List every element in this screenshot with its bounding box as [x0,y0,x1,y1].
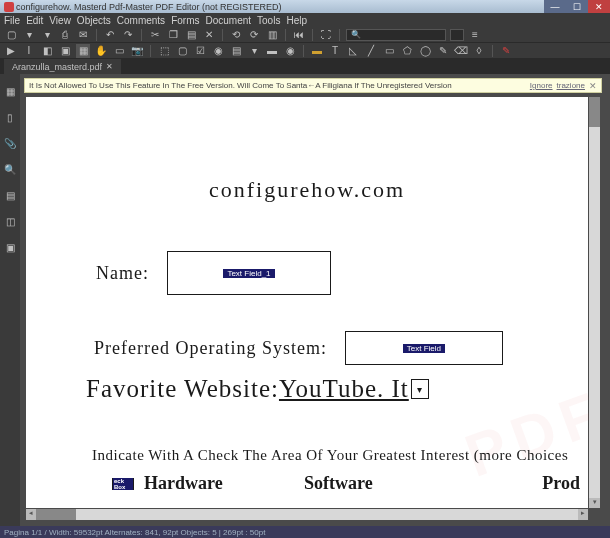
menu-forms[interactable]: Forms [171,15,199,26]
hand-icon[interactable]: ✋ [94,44,108,58]
paste-icon[interactable]: ▤ [184,28,198,42]
menu-icon[interactable]: ≡ [468,28,482,42]
toolbar-row-2: ▶ I ◧ ▣ ▦ ✋ ▭ 📷 ⬚ ▢ ☑ ◉ ▤ ▾ ▬ ◉ ▬ T ◺ ╱ … [0,43,610,59]
save-icon[interactable]: ▾ [40,28,54,42]
field-check-icon[interactable]: ☑ [193,44,207,58]
select-icon[interactable]: ▭ [112,44,126,58]
link-icon[interactable]: ⬚ [157,44,171,58]
vertical-scrollbar[interactable]: ▴ ▾ [589,97,600,508]
field-radio-icon[interactable]: ◉ [211,44,225,58]
window-title: configurehow. Masterd Pdf-Master PDF Edi… [16,2,282,12]
toolbar-row-1: ▢ ▾ ▾ ⎙ ✉ ↶ ↷ ✂ ❐ ▤ ✕ ⟲ ⟳ ▥ ⏮ ⛶ ≡ [0,27,610,43]
favorite-label-a: Favorite Website: [86,375,279,403]
cut-icon[interactable]: ✂ [148,28,162,42]
rectangle-icon[interactable]: ▭ [382,44,396,58]
text-icon[interactable]: T [328,44,342,58]
page-icon[interactable]: ▥ [265,28,279,42]
edit-text-icon[interactable]: ▦ [76,44,90,58]
hardware-checkbox-field[interactable]: eck Box [112,478,134,490]
notice-close-icon[interactable]: ✕ [589,81,597,91]
print-icon[interactable]: ⎙ [58,28,72,42]
main-area: ▦ ▯ 📎 🔍 ▤ ◫ ▣ It Is Not Allowed To Use T… [0,74,610,526]
name-field-badge: Text Field_1 [223,269,274,278]
horizontal-scrollbar[interactable]: ◂ ▸ [26,509,588,520]
fit-icon[interactable]: ⛶ [319,28,333,42]
comments-icon[interactable]: ◫ [3,214,17,228]
rotate-left-icon[interactable]: ⟲ [229,28,243,42]
choices-row: eck Box Hardware Software Prod [112,473,580,494]
menu-view[interactable]: View [49,15,71,26]
field-combo-icon[interactable]: ▾ [247,44,261,58]
registration-notice: It Is Not Allowed To Use This Feature In… [24,78,602,93]
search-panel-icon[interactable]: 🔍 [3,162,17,176]
page-viewport: PDF configurehow.com Name: Text Field_1 … [24,93,602,522]
menu-objects[interactable]: Objects [77,15,111,26]
document-tab-bar: Aranzulla_masterd.pdf ✕ [0,59,610,74]
name-text-field[interactable]: Text Field_1 [167,251,331,295]
horizontal-scroll-thumb[interactable] [36,509,76,520]
window-controls: — ☐ ✕ [544,0,610,13]
menu-document[interactable]: Document [205,15,251,26]
scroll-right-icon[interactable]: ▸ [578,509,588,520]
text-select-icon[interactable]: I [22,44,36,58]
document-container: It Is Not Allowed To Use This Feature In… [20,74,610,526]
tab-close-icon[interactable]: ✕ [106,62,113,71]
field-sign-icon[interactable]: ◉ [283,44,297,58]
first-page-icon[interactable]: ⏮ [292,28,306,42]
pointer-icon[interactable]: ▶ [4,44,18,58]
email-icon[interactable]: ✉ [76,28,90,42]
notice-text: It Is Not Allowed To Use This Feature In… [29,81,452,90]
favorite-combo-field[interactable]: ▾ [411,379,429,399]
document-tab[interactable]: Aranzulla_masterd.pdf ✕ [4,59,121,74]
os-row: Preferred Operating System: Text Field [94,331,503,365]
menu-file[interactable]: File [4,15,20,26]
attachments-icon[interactable]: 📎 [3,136,17,150]
menu-comments[interactable]: Comments [117,15,165,26]
search-options[interactable] [450,29,464,41]
fields-icon[interactable]: ▣ [3,240,17,254]
field-button-icon[interactable]: ▬ [265,44,279,58]
redo-icon[interactable]: ↷ [121,28,135,42]
close-window-button[interactable]: ✕ [588,0,610,13]
pdf-page[interactable]: PDF configurehow.com Name: Text Field_1 … [26,97,588,508]
callout-icon[interactable]: ◺ [346,44,360,58]
edit-form-icon[interactable]: ▣ [58,44,72,58]
copy-icon[interactable]: ❐ [166,28,180,42]
minimize-button[interactable]: — [544,0,566,13]
status-bar: Pagina 1/1 / Width: 59532pt Alternates: … [0,526,610,538]
marker-icon[interactable]: ✎ [499,44,513,58]
document-heading: configurehow.com [26,177,588,203]
menu-bar: File Edit View Objects Comments Forms Do… [0,13,610,27]
search-input[interactable] [346,29,446,41]
vertical-scroll-thumb[interactable] [589,97,600,127]
eraser-icon[interactable]: ⌫ [454,44,468,58]
rotate-right-icon[interactable]: ⟳ [247,28,261,42]
scroll-left-icon[interactable]: ◂ [26,509,36,520]
polygon-icon[interactable]: ⬠ [400,44,414,58]
scroll-down-icon[interactable]: ▾ [589,498,600,508]
notice-register-link[interactable]: trazione [557,81,585,90]
edit-doc-icon[interactable]: ◧ [40,44,54,58]
maximize-button[interactable]: ☐ [566,0,588,13]
open-file-icon[interactable]: ▾ [22,28,36,42]
delete-icon[interactable]: ✕ [202,28,216,42]
menu-tools[interactable]: Tools [257,15,280,26]
stamp-icon[interactable]: ◊ [472,44,486,58]
pencil-icon[interactable]: ✎ [436,44,450,58]
field-list-icon[interactable]: ▤ [229,44,243,58]
notice-ignore-link[interactable]: Ignore [530,81,553,90]
thumbnails-icon[interactable]: ▦ [3,84,17,98]
os-text-field[interactable]: Text Field [345,331,503,365]
new-file-icon[interactable]: ▢ [4,28,18,42]
ellipse-icon[interactable]: ◯ [418,44,432,58]
layers-icon[interactable]: ▤ [3,188,17,202]
undo-icon[interactable]: ↶ [103,28,117,42]
name-row: Name: Text Field_1 [96,251,331,295]
bookmarks-icon[interactable]: ▯ [3,110,17,124]
line-icon[interactable]: ╱ [364,44,378,58]
snapshot-icon[interactable]: 📷 [130,44,144,58]
menu-help[interactable]: Help [286,15,307,26]
menu-edit[interactable]: Edit [26,15,43,26]
highlight-icon[interactable]: ▬ [310,44,324,58]
field-text-icon[interactable]: ▢ [175,44,189,58]
